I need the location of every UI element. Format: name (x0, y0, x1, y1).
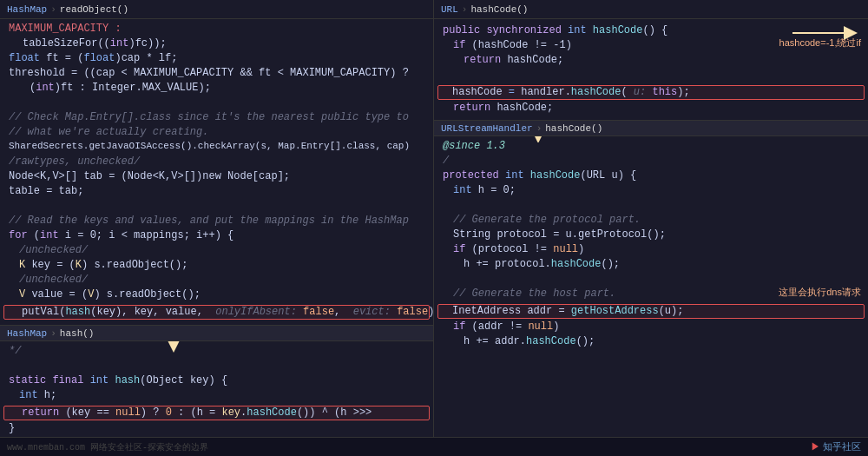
line: public synchronized int hashCode() { (434, 24, 868, 39)
line (434, 69, 868, 83)
breadcrumb-right-class: URL (441, 4, 458, 15)
gethostaddress-line: InetAddress addr = getHostAddress(u); (437, 304, 865, 319)
line: if (protocol != null) (434, 243, 868, 258)
breadcrumb-left: HashMap › readObject() (0, 0, 434, 18)
putval-line: putVal(hash(key), key, value, onlyIfAbse… (3, 305, 430, 320)
line: if (addr != null) (434, 321, 868, 335)
line: K key = (K) s.readObject(); (0, 259, 433, 274)
line (434, 273, 868, 287)
line: @since 1.3 (434, 140, 868, 155)
code-area: MAXIMUM_CAPACITY : tableSizeFor((int)fc)… (0, 19, 868, 437)
breadcrumb-right-method: hashCode() (470, 4, 528, 15)
line: float ft = (float)cap * lf; (0, 52, 433, 67)
line: // what we're actually creating. (0, 126, 433, 141)
line: /rawtypes, unchecked/ (0, 155, 433, 170)
brand-logo: ▶ 知乎社区 (811, 440, 861, 453)
hashcode-handler-line: hashCode = handler.hashCode( u: this); (437, 85, 865, 100)
line: MAXIMUM_CAPACITY : (0, 23, 433, 37)
line: for (int i = 0; i < mappings; i++) { (0, 229, 433, 244)
line: int h; (0, 389, 433, 404)
left-section-header-hash: HashMap › hash() (0, 325, 433, 341)
breadcrumb-bar: HashMap › readObject() URL › hashCode() (0, 0, 868, 19)
right-url-hashcode: public synchronized int hashCode() { if … (434, 19, 868, 120)
line: threshold = ((cap < MAXIMUM_CAPACITY && … (0, 67, 433, 82)
line: // Check Map.Entry[].class since it's th… (0, 111, 433, 126)
line: table = tab; (0, 185, 433, 200)
line: V value = (V) s.readObject(); (0, 288, 433, 303)
line (0, 96, 433, 111)
line: // Generate the host part. (434, 287, 868, 302)
line: h += protocol.hashCode(); (434, 258, 868, 273)
right-section-header-urlstreamhandler: URLStreamHandler › hashCode() (434, 120, 868, 136)
line: // Generate the protocol part. (434, 214, 868, 228)
breadcrumb-left-sep: › (50, 4, 56, 15)
line: /unchecked/ (0, 274, 433, 288)
line (0, 360, 433, 374)
line: int h = 0; (434, 184, 868, 199)
bottom-bar: www.mnemban.com 网络安全社区-探索安全的边界 ▶ 知乎社区 (0, 437, 868, 456)
line: String protocol = u.getProtocol(); (434, 228, 868, 243)
line: (int)ft : Integer.MAX_VALUE); (0, 82, 433, 96)
breadcrumb-right: URL › hashCode() (434, 0, 868, 18)
line: tableSizeFor((int)fc)); (0, 37, 433, 52)
line: return hashCode; (434, 54, 868, 69)
left-panel: MAXIMUM_CAPACITY : tableSizeFor((int)fc)… (0, 19, 434, 437)
left-hash-code: */ static final int hash(Object key) { i… (0, 341, 433, 437)
line (434, 199, 868, 214)
breadcrumb-right-sep: › (462, 4, 468, 15)
line: protected int hashCode(URL u) { (434, 169, 868, 184)
main-container: HashMap › readObject() URL › hashCode() … (0, 0, 868, 456)
right-panel: public synchronized int hashCode() { if … (434, 19, 868, 437)
line: } (0, 422, 433, 437)
watermark-text: www.mnemban.com 网络安全社区-探索安全的边界 (7, 441, 811, 453)
line: Node<K,V>[] tab = (Node<K,V>[])new Node[… (0, 170, 433, 185)
line: if (hashCode != -1) (434, 39, 868, 54)
line: h += addr.hashCode(); (434, 335, 868, 350)
line: static final int hash(Object key) { (0, 374, 433, 389)
line: /unchecked/ (0, 244, 433, 259)
line (0, 200, 433, 215)
left-top-code: MAXIMUM_CAPACITY : tableSizeFor((int)fc)… (0, 19, 433, 325)
line: / (434, 155, 868, 169)
breadcrumb-left-method: readObject() (60, 4, 128, 15)
line: SharedSecrets.getJavaOISAccess().checkAr… (0, 141, 433, 155)
hash-return-line: return (key == null) ? 0 : (h = key.hash… (3, 406, 430, 420)
right-urlstreamhandler-code: @since 1.3 / protected int hashCode(URL … (434, 136, 868, 354)
line: */ (0, 345, 433, 360)
breadcrumb-left-class: HashMap (7, 4, 47, 15)
line: return hashCode; (434, 102, 868, 116)
line: // Read the keys and values, and put the… (0, 215, 433, 229)
